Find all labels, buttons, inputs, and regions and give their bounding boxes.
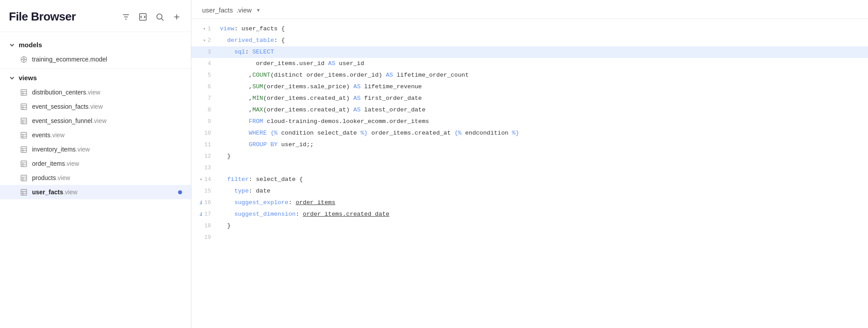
code-content-5: ,COUNT(distinct order_items.order_id) AS…: [216, 70, 868, 81]
line-gutter-2: ▾ 2: [191, 35, 216, 46]
view-file-icon: [20, 102, 28, 111]
sidebar-header: File Browser: [0, 0, 191, 32]
code-line-18: 18 }: [191, 220, 868, 232]
tree-section-views: views distribution_centers.view event_se…: [0, 70, 191, 199]
code-content-6: ,SUM(order_items.sale_price) AS lifetime…: [216, 81, 868, 93]
code-line-6: 6 ,SUM(order_items.sale_price) AS lifeti…: [191, 81, 868, 93]
unsaved-badge: [178, 190, 182, 194]
line-gutter-11: 11: [191, 139, 216, 151]
model-file-icon: [20, 55, 28, 63]
svg-point-9: [23, 58, 24, 60]
search-icon[interactable]: [154, 12, 165, 22]
svg-rect-18: [21, 104, 27, 110]
view-file-icon: [20, 131, 28, 139]
code-editor-area: user_facts.view ▾ ▾ 1 view: user_facts {…: [191, 0, 868, 328]
view-item-label: inventory_items.view: [32, 146, 182, 153]
sidebar-item-event-session-facts[interactable]: event_session_facts.view: [0, 99, 191, 114]
sidebar-item-products[interactable]: products.view: [0, 171, 191, 185]
model-item-label: training_ecommerce.model: [32, 56, 107, 63]
code-line-17: i 17 suggest_dimension: order_items.crea…: [191, 209, 868, 220]
fold-arrow[interactable]: ▾: [203, 35, 206, 46]
code-line-2: ▾ 2 derived_table: {: [191, 35, 868, 46]
svg-rect-26: [21, 132, 27, 138]
code-line-11: 11 GROUP BY user_id;;: [191, 139, 868, 151]
svg-rect-30: [21, 147, 27, 152]
sidebar-title: File Browser: [9, 10, 115, 24]
view-item-label: products.view: [32, 174, 182, 181]
code-line-4: 4 order_items.user_id AS user_id: [191, 58, 868, 70]
sidebar-item-event-session-funnel[interactable]: event_session_funnel.view: [0, 114, 191, 128]
code-line-9: 9 FROM cloud-training-demos.looker_ecomm…: [191, 116, 868, 127]
code-line-1: ▾ 1 view: user_facts {: [191, 23, 868, 35]
line-gutter-5: 5: [191, 70, 216, 81]
view-file-icon: [20, 188, 28, 196]
code-content-9: FROM cloud-training-demos.looker_ecomm.o…: [216, 116, 868, 127]
sidebar-tree: models training_ecommerce.model: [0, 32, 191, 328]
code-line-16: i 16 suggest_explore: order_items: [191, 197, 868, 209]
fold-arrow[interactable]: ▾: [199, 174, 203, 185]
fold-arrow[interactable]: ▾: [203, 23, 206, 35]
line-gutter-1: ▾ 1: [191, 23, 216, 35]
code-line-7: 7 ,MIN(order_items.created_at) AS first_…: [191, 93, 868, 104]
view-item-label: events.view: [32, 131, 182, 139]
sidebar-item-events[interactable]: events.view: [0, 128, 191, 142]
view-item-label: distribution_centers.view: [32, 89, 182, 96]
divider: [0, 68, 191, 69]
code-content-3: sql: SELECT: [216, 46, 868, 58]
code-content-16: suggest_explore: order_items: [216, 197, 868, 209]
tab-dropdown-icon[interactable]: ▾: [257, 7, 260, 13]
code-content-12: }: [216, 151, 868, 162]
svg-rect-34: [21, 161, 27, 167]
svg-point-4: [157, 14, 162, 19]
line-gutter-8: 8: [191, 104, 216, 116]
sidebar-item-inventory-items[interactable]: inventory_items.view: [0, 142, 191, 156]
view-file-icon: [20, 117, 28, 125]
code-line-12: 12 }: [191, 151, 868, 162]
file-code-icon[interactable]: [138, 12, 148, 22]
svg-rect-42: [21, 189, 27, 195]
views-label: views: [19, 74, 37, 82]
code-line-10: 10 WHERE {% condition select_date %} ord…: [191, 127, 868, 139]
line-gutter-6: 6: [191, 81, 216, 93]
code-content-18: }: [216, 220, 868, 232]
tree-section-models: models training_ecommerce.model: [0, 37, 191, 66]
file-browser-sidebar: File Browser: [0, 0, 191, 328]
line-gutter-4: 4: [191, 58, 216, 70]
line-gutter-18: 18: [191, 220, 216, 232]
svg-rect-38: [21, 175, 27, 181]
code-editor[interactable]: ▾ 1 view: user_facts { ▾ 2 derived_table…: [191, 19, 868, 328]
code-line-13: 13: [191, 162, 868, 174]
view-item-label: event_session_facts.view: [32, 103, 182, 110]
info-icon: i: [199, 209, 203, 220]
svg-rect-14: [21, 90, 27, 95]
sidebar-group-models[interactable]: models: [0, 37, 191, 52]
svg-line-5: [162, 18, 164, 20]
line-gutter-10: 10: [191, 127, 216, 139]
line-gutter-7: 7: [191, 93, 216, 104]
editor-tab-bar: user_facts.view ▾: [191, 0, 868, 19]
line-gutter-19: 19: [191, 232, 216, 243]
tab-filename-base: user_facts: [202, 6, 233, 14]
sidebar-item-training-ecommerce-model[interactable]: training_ecommerce.model: [0, 52, 191, 66]
view-item-label: user_facts.view: [32, 189, 174, 196]
code-line-15: 15 type: date: [191, 185, 868, 197]
code-line-8: 8 ,MAX(order_items.created_at) AS latest…: [191, 104, 868, 116]
filter-icon[interactable]: [121, 12, 131, 22]
sidebar-item-order-items[interactable]: order_items.view: [0, 156, 191, 171]
line-gutter-17: i 17: [191, 209, 216, 220]
svg-rect-22: [21, 118, 27, 124]
code-line-3: 3 sql: SELECT: [191, 46, 868, 58]
add-file-icon[interactable]: [171, 12, 182, 22]
line-gutter-16: i 16: [191, 197, 216, 209]
view-file-icon: [20, 174, 28, 182]
info-icon: i: [199, 197, 203, 209]
code-content-13: [216, 162, 868, 174]
editor-tab-user-facts[interactable]: user_facts.view ▾: [202, 6, 260, 14]
line-gutter-3: 3: [191, 46, 216, 58]
view-item-label: event_session_funnel.view: [32, 117, 182, 124]
sidebar-item-user-facts[interactable]: user_facts.view: [0, 185, 191, 199]
sidebar-group-views[interactable]: views: [0, 70, 191, 85]
code-content-2: derived_table: {: [216, 35, 868, 46]
sidebar-toolbar: [121, 12, 182, 22]
sidebar-item-distribution-centers[interactable]: distribution_centers.view: [0, 85, 191, 99]
